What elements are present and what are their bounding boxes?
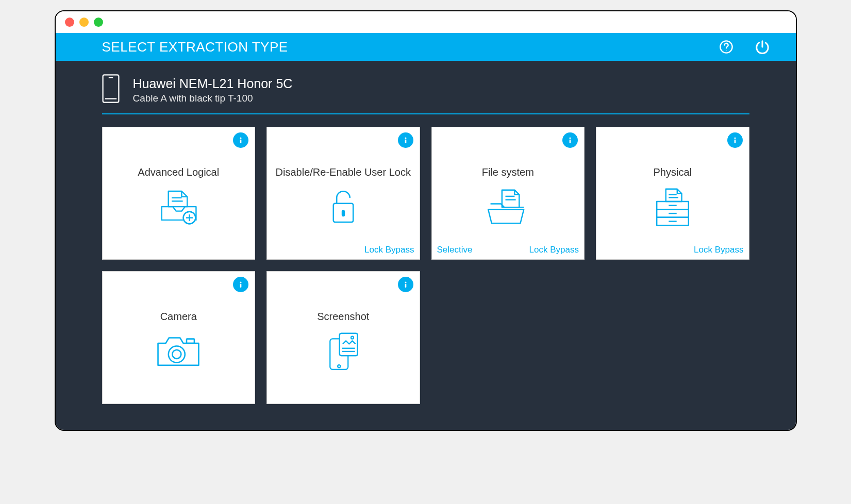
svg-rect-34 [405,284,406,288]
svg-rect-29 [240,284,242,288]
app-window: SELECT EXTRACTION TYPE [55,10,797,431]
maximize-icon[interactable] [94,18,103,27]
header: SELECT EXTRACTION TYPE [56,33,796,61]
device-cable: Cable A with black tip T-100 [133,93,293,104]
content: Huawei NEM-L21 Honor 5C Cable A with bla… [56,61,796,430]
svg-point-32 [173,350,181,359]
minimize-icon[interactable] [79,18,89,27]
info-icon[interactable] [727,132,743,148]
tile-screenshot[interactable]: Screenshot [266,271,420,404]
camera-icon [154,329,203,404]
tile-tag-right: Lock Bypass [529,245,579,255]
power-icon[interactable] [755,39,770,55]
tile-advanced-logical[interactable]: Advanced Logical [102,127,256,260]
info-icon[interactable] [233,132,248,148]
svg-rect-30 [187,339,194,344]
svg-rect-18 [570,140,571,143]
tile-physical[interactable]: Physical [596,127,749,260]
tile-camera[interactable]: Camera [102,271,256,404]
svg-point-36 [338,365,340,367]
svg-point-33 [405,281,406,283]
svg-point-1 [726,50,726,51]
svg-point-21 [734,137,736,139]
close-icon[interactable] [65,18,74,27]
tile-title: Advanced Logical [138,166,219,178]
device-header: Huawei NEM-L21 Honor 5C Cable A with bla… [102,74,749,114]
info-icon[interactable] [398,132,413,148]
tile-tag-left: Selective [437,245,473,255]
tiles-grid: Advanced Logical [102,127,749,404]
titlebar [56,11,796,33]
device-name: Huawei NEM-L21 Honor 5C [133,76,293,91]
tile-title: Physical [654,166,692,178]
inbox-plus-icon [156,184,201,259]
tile-user-lock[interactable]: Disable/Re-Enable User Lock Lock Bypass [266,127,420,260]
svg-point-28 [240,281,241,283]
tile-tag-right: Lock Bypass [364,245,414,255]
info-icon[interactable] [562,132,578,148]
svg-rect-14 [405,140,406,143]
svg-point-13 [405,137,406,139]
phone-icon [102,74,122,105]
tile-title: Camera [160,311,197,323]
header-actions [719,39,770,55]
tile-file-system[interactable]: File system Selective Lock Bypass [431,127,585,260]
tile-tag-right: Lock Bypass [694,245,743,255]
help-icon[interactable] [719,39,734,55]
tile-title: File system [482,166,534,178]
screenshot-icon [325,329,362,404]
svg-rect-6 [240,140,242,143]
svg-point-5 [240,137,241,139]
svg-rect-16 [342,210,345,216]
info-icon[interactable] [233,277,248,292]
tile-title: Screenshot [317,311,369,323]
tile-title: Disable/Re-Enable User Lock [276,166,411,178]
info-icon[interactable] [398,277,413,292]
svg-point-17 [569,137,571,139]
svg-rect-37 [340,333,358,356]
svg-point-31 [169,346,185,362]
page-title: SELECT EXTRACTION TYPE [102,39,288,55]
svg-rect-22 [734,140,736,143]
